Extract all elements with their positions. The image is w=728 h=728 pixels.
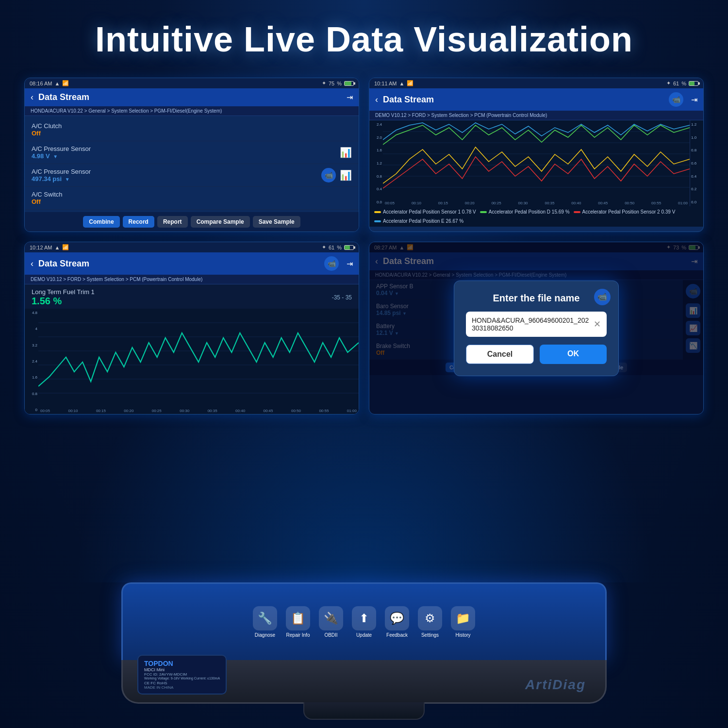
panel3-y-2: 3.2 — [26, 343, 37, 347]
panel1-row-3: A/C Switch Off — [25, 187, 359, 210]
panel2-legend-1-label: Accelerator Pedal Position Sensor 2 0.39… — [582, 209, 676, 215]
panel3-export-icon[interactable]: ⇥ — [347, 259, 353, 268]
panel4-modal-inner: 📹 Enter the file name HONDA&ACURA_960649… — [466, 293, 607, 364]
modal-clear-button[interactable]: ✕ — [594, 319, 601, 330]
panel3-t4: 00:25 — [152, 409, 162, 413]
panel2-t5: 00:30 — [518, 201, 528, 205]
panel4-modal-camera-btn[interactable]: 📹 — [594, 289, 611, 305]
panel2-battery-icon — [689, 81, 698, 86]
panel2-y-right-4: 0.4 — [691, 174, 702, 179]
device-repair[interactable]: 📋 Repair Info — [286, 606, 310, 638]
panel2-status-bar: 10:11 AM ▲ 📶 ✦ 61% — [369, 78, 703, 88]
panel1-save-button[interactable]: Save Sample — [253, 216, 300, 228]
topdon-badge: TOPDON MDCI Mini FCC ID: 2AVYW-MDCIM Wor… — [137, 655, 227, 695]
panel2-y-left-6: 0.0 — [370, 200, 382, 204]
panel1-row2-label: A/C Pressure Sensor — [32, 168, 91, 175]
panel1-combine-button[interactable]: Combine — [83, 216, 119, 228]
panel2-t11: 01:00 — [678, 201, 688, 205]
modal-title: Enter the file name — [466, 293, 607, 304]
device-diagnose[interactable]: 🔧 Diagnose — [253, 606, 277, 638]
panel1-row-2: A/C Pressure Sensor 497.34 psi ▼ 📹 📊 — [25, 164, 359, 187]
panel1: 08:16 AM ▲ 📶 ✦ 75% ‹ Data Stream ⇥ HONDA… — [24, 78, 359, 232]
panel1-row1-chart-icon[interactable]: 📊 — [340, 147, 352, 158]
device-obdii[interactable]: 🔌 OBDII — [319, 606, 343, 638]
panel3-time: 10:12 AM — [30, 245, 52, 250]
panel1-row-0: A/C Clutch Off — [25, 118, 359, 141]
panel2-y-left-1: 2.0 — [370, 135, 382, 140]
panel1-row1-value: 4.98 V ▼ — [32, 152, 91, 160]
panel1-compare-button[interactable]: Compare Sample — [191, 216, 250, 228]
panel1-action-bar: Combine Record Report Compare Sample Sav… — [25, 212, 359, 232]
panel2-back-button[interactable]: ‹ — [375, 95, 378, 105]
device-diagnose-label: Diagnose — [255, 632, 275, 638]
panel3-nav-bar: ‹ Data Stream 📹 ⇥ — [25, 252, 359, 275]
panel3-camera-button[interactable]: 📹 — [324, 256, 339, 271]
panel3-chart-svg-wrapper: 00:05 00:10 00:15 00:20 00:25 00:30 00:3… — [38, 309, 359, 414]
panel3-metric-value: 1.56 % — [32, 296, 62, 307]
panel1-time: 08:16 AM — [30, 81, 52, 86]
panel2-camera-button[interactable]: 📹 — [669, 92, 683, 107]
panel2: 10:11 AM ▲ 📶 ✦ 61% ‹ Data Stream 📹 ⇥ DEM… — [369, 78, 704, 232]
panel2-y-axis-right: 1.2 1.0 0.8 0.6 0.4 0.2 0.0 — [690, 120, 703, 206]
topdon-made-in: MADE IN CHINA — [144, 685, 220, 690]
device-update[interactable]: ⬆ Update — [352, 606, 376, 638]
panel2-t8: 00:45 — [598, 201, 608, 205]
panel3-status-bar: 10:12 AM ▲ 📶 ✦ 61% — [25, 242, 359, 252]
panel2-legend-0: Accelerator Pedal Position Sensor 1 0.78… — [374, 209, 476, 215]
panel2-legend: Accelerator Pedal Position Sensor 1 0.78… — [369, 206, 703, 227]
panel2-y-left-0: 2.4 — [370, 122, 382, 127]
panel1-camera-button[interactable]: 📹 — [321, 168, 336, 182]
panel1-pct-sign: % — [337, 81, 342, 86]
panel1-row3-value: Off — [32, 198, 63, 205]
panel1-export-icon[interactable]: ⇥ — [347, 93, 353, 102]
panel1-report-button[interactable]: Report — [157, 216, 188, 228]
panel4: 08:27 AM ▲ 📶 ✦ 73% ‹ Data Stream ⇥ HONDA… — [369, 242, 704, 414]
panel3-battery-pct: 61 — [329, 245, 334, 250]
panel3-t11: 01:00 — [347, 409, 357, 413]
panel3-back-button[interactable]: ‹ — [31, 259, 33, 269]
panel4-modal-overlay: 📹 Enter the file name HONDA&ACURA_960649… — [369, 242, 703, 414]
device-settings[interactable]: ⚙ Settings — [418, 606, 442, 638]
panel1-nav-title: Data Stream — [38, 92, 342, 102]
panel3-t6: 00:35 — [208, 409, 217, 413]
modal-input-row[interactable]: HONDA&ACURA_960649600201_20230318082650 … — [466, 312, 607, 337]
modal-cancel-button[interactable]: Cancel — [466, 345, 534, 364]
panel1-row1-label: A/C Pressure Sensor — [32, 145, 91, 152]
panel2-t3: 00:20 — [465, 201, 475, 205]
panel1-back-button[interactable]: ‹ — [31, 92, 33, 102]
panel3-t2: 00:15 — [96, 409, 106, 413]
panel2-legend-0-dot — [374, 211, 381, 213]
panel3-battery-icon — [344, 245, 354, 250]
panel3-y-5: 0.8 — [26, 392, 37, 396]
panel2-y-right-5: 0.2 — [691, 187, 702, 191]
panel2-legend-1-dot — [574, 211, 580, 213]
panel3-y-6: 0 — [26, 408, 37, 412]
device-settings-label: Settings — [421, 632, 439, 638]
panel1-signal-icon: 📶 — [62, 80, 69, 86]
panel3-t1: 00:10 — [68, 409, 78, 413]
panel1-row2-dropdown[interactable]: ▼ — [65, 177, 70, 182]
panel2-signal-icon: 📶 — [407, 80, 414, 86]
modal-input-value: HONDA&ACURA_960649600201_20230318082650 — [472, 316, 591, 332]
panel3: 10:12 AM ▲ 📶 ✦ 61% ‹ Data Stream 📹 ⇥ DEM… — [24, 242, 359, 414]
panel3-y-axis: 4.8 4 3.2 2.4 1.6 0.8 0 — [25, 309, 38, 414]
device-connector — [303, 702, 425, 720]
panel3-y-0: 4.8 — [26, 311, 37, 315]
device-history[interactable]: 📁 History — [451, 606, 475, 638]
panel1-wifi-icon: ▲ — [54, 81, 60, 86]
modal-ok-button[interactable]: OK — [540, 345, 607, 364]
panel1-row1-dropdown[interactable]: ▼ — [53, 154, 58, 159]
panel1-row1-left: A/C Pressure Sensor 4.98 V ▼ — [32, 145, 91, 160]
panel1-row2-chart-icon[interactable]: 📊 — [340, 169, 352, 181]
panel3-metric-info: Long Term Fuel Trim 1 1.56 % — [32, 288, 332, 307]
panel3-metric-value-row: 1.56 % — [32, 296, 332, 307]
panel1-row-1: A/C Pressure Sensor 4.98 V ▼ 📊 — [25, 141, 359, 164]
panel1-record-button[interactable]: Record — [123, 216, 154, 228]
panel1-breadcrumb: HONDA/ACURA V10.22 > General > System Se… — [25, 106, 359, 116]
device-feedback[interactable]: 💬 Feedback — [385, 606, 409, 638]
panel3-t5: 00:30 — [180, 409, 189, 413]
panel2-legend-3-label: Accelerator Pedal Position E 26.67 % — [383, 218, 463, 224]
panel3-t9: 00:50 — [291, 409, 301, 413]
panel2-export-icon[interactable]: ⇥ — [691, 95, 697, 104]
panel2-y-right-2: 0.8 — [691, 148, 702, 152]
